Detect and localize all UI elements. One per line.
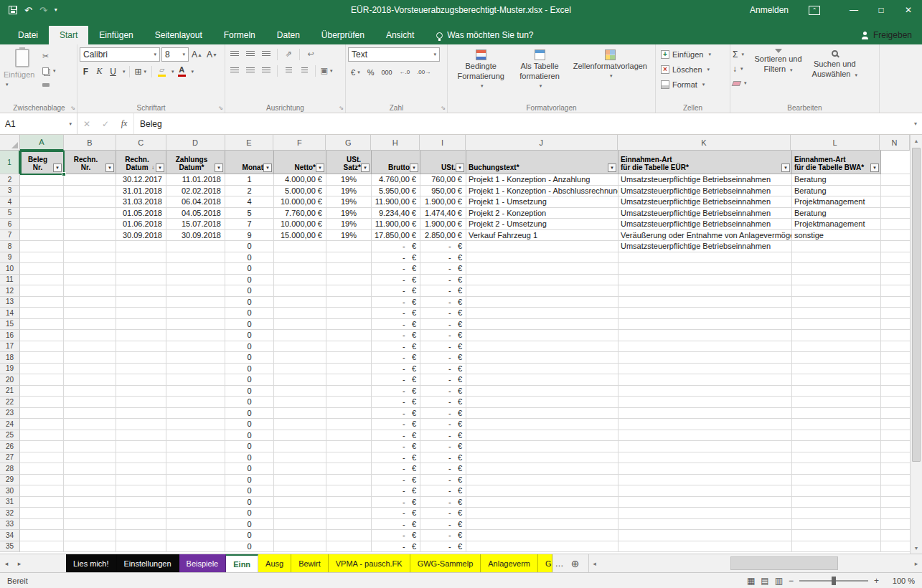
vertical-scrollbar[interactable]: ▲ ▼ <box>910 135 922 554</box>
cell-I1[interactable]: USt.▼ <box>420 151 466 174</box>
cell-H3[interactable]: 5.950,00 € <box>372 186 420 197</box>
cell-E28[interactable]: 0 <box>225 463 274 475</box>
cell-K30[interactable] <box>618 485 792 497</box>
cell-N22[interactable] <box>881 397 910 408</box>
horizontal-scrollbar-thumb[interactable] <box>730 556 838 570</box>
cell-A14[interactable] <box>20 308 64 319</box>
cell-N15[interactable] <box>881 319 910 331</box>
sheet-tab-anlageverm[interactable]: Anlageverm <box>481 554 538 572</box>
italic-button[interactable]: K <box>93 65 105 78</box>
cell-C6[interactable]: 01.06.2018 <box>116 219 166 230</box>
cell-A7[interactable] <box>20 230 64 242</box>
cell-I28[interactable]: - € <box>420 463 466 475</box>
cell-G26[interactable] <box>326 441 372 452</box>
cell-F9[interactable] <box>274 252 326 264</box>
cell-C12[interactable] <box>116 285 166 297</box>
cell-H31[interactable]: - € <box>372 497 420 508</box>
cell-D8[interactable] <box>166 241 225 252</box>
find-select-button[interactable]: Suchen und Auswählen ▾ <box>807 47 862 101</box>
cell-L14[interactable] <box>792 308 881 319</box>
cell-J17[interactable] <box>466 341 618 353</box>
row-header-6[interactable]: 6 <box>0 219 20 230</box>
cell-N30[interactable] <box>881 485 910 497</box>
cell-H21[interactable]: - € <box>372 386 420 397</box>
cell-D11[interactable] <box>166 275 225 286</box>
cell-D17[interactable] <box>166 341 225 353</box>
cell-H18[interactable]: - € <box>372 352 420 364</box>
cell-J5[interactable]: Projekt 2 - Konzeption <box>466 208 618 219</box>
cell-N23[interactable] <box>881 408 910 419</box>
cell-J32[interactable] <box>466 508 618 519</box>
cell-B16[interactable] <box>64 330 116 341</box>
cell-J9[interactable] <box>466 252 618 264</box>
cell-B34[interactable] <box>64 530 116 541</box>
cell-H35[interactable]: - € <box>372 541 420 553</box>
sheet-tab-gwg-sammelp[interactable]: GWG-Sammelp <box>410 554 481 572</box>
cell-F4[interactable]: 10.000,00 € <box>274 196 326 208</box>
cell-N33[interactable] <box>881 519 910 531</box>
cell-D28[interactable] <box>166 463 225 475</box>
cell-B20[interactable] <box>64 374 116 386</box>
cell-K20[interactable] <box>618 374 792 386</box>
cell-A3[interactable] <box>20 186 64 197</box>
cell-N10[interactable] <box>881 263 910 275</box>
ribbon-tab-formeln[interactable]: Formeln <box>213 26 266 44</box>
column-header-J[interactable]: J <box>466 135 618 151</box>
cell-D25[interactable] <box>166 430 225 442</box>
sheet-tab-bewirt[interactable]: Bewirt <box>291 554 329 572</box>
sheet-tab-lies-mich[interactable]: Lies mich! <box>66 554 117 572</box>
cell-H8[interactable]: - € <box>372 241 420 252</box>
cell-F5[interactable]: 7.760,00 € <box>274 208 326 219</box>
cell-E22[interactable]: 0 <box>225 397 274 408</box>
cell-L4[interactable]: Projektmanagement <box>792 196 881 208</box>
cell-D22[interactable] <box>166 397 225 408</box>
column-header-A[interactable]: A <box>20 135 64 151</box>
cell-K24[interactable] <box>618 419 792 430</box>
cell-A29[interactable] <box>20 475 64 486</box>
font-color-button[interactable]: A <box>176 65 188 78</box>
cell-N34[interactable] <box>881 530 910 541</box>
comma-style-button[interactable]: 000 <box>378 65 395 79</box>
cell-G4[interactable]: 19% <box>326 196 372 208</box>
cell-J21[interactable] <box>466 386 618 397</box>
increase-indent-button[interactable] <box>297 64 311 77</box>
cell-E1[interactable]: Monat▼ <box>225 151 274 174</box>
ribbon-display-options-icon[interactable]: ⌃ <box>809 6 820 15</box>
cell-D2[interactable]: 11.01.2018 <box>166 174 225 186</box>
cell-K14[interactable] <box>618 308 792 319</box>
row-header-12[interactable]: 12 <box>0 285 20 297</box>
cell-K2[interactable]: Umsatzsteuerpflichtige Betriebseinnahmen <box>618 174 792 186</box>
cell-F19[interactable] <box>274 364 326 375</box>
cell-H10[interactable]: - € <box>372 263 420 275</box>
underline-button[interactable]: U <box>107 65 119 78</box>
cell-G32[interactable] <box>326 508 372 519</box>
cell-B7[interactable] <box>64 230 116 242</box>
column-header-L[interactable]: L <box>791 135 880 151</box>
cell-L22[interactable] <box>792 397 881 408</box>
cell-J24[interactable] <box>466 419 618 430</box>
orientation-button[interactable]: ⇗ <box>281 47 296 61</box>
align-top-button[interactable] <box>227 47 242 61</box>
tell-me-box[interactable]: Was möchten Sie tun? <box>436 26 533 44</box>
cell-G9[interactable] <box>326 252 372 264</box>
cell-D31[interactable] <box>166 497 225 508</box>
cell-E2[interactable]: 1 <box>225 174 274 186</box>
cell-E31[interactable]: 0 <box>225 497 274 508</box>
increase-decimal-button[interactable]: ←.0 <box>396 65 413 79</box>
cell-C28[interactable] <box>116 463 166 475</box>
cell-I10[interactable]: - € <box>420 263 466 275</box>
cell-L1[interactable]: Einnahmen-Artfür die Tabelle BWA*▼ <box>792 151 881 174</box>
cell-C27[interactable] <box>116 452 166 464</box>
ribbon-tab-start[interactable]: Start <box>49 26 88 44</box>
cell-C1[interactable]: Rechn.Datum↓▼ <box>116 151 166 174</box>
cell-K26[interactable] <box>618 441 792 452</box>
cell-C26[interactable] <box>116 441 166 452</box>
cell-A9[interactable] <box>20 252 64 264</box>
add-sheet-button[interactable]: ⊕ <box>567 554 584 572</box>
cell-J33[interactable] <box>466 519 618 531</box>
cell-F16[interactable] <box>274 330 326 341</box>
cell-B29[interactable] <box>64 475 116 486</box>
row-header-24[interactable]: 24 <box>0 419 20 430</box>
cell-G25[interactable] <box>326 430 372 442</box>
cell-I29[interactable]: - € <box>420 475 466 486</box>
